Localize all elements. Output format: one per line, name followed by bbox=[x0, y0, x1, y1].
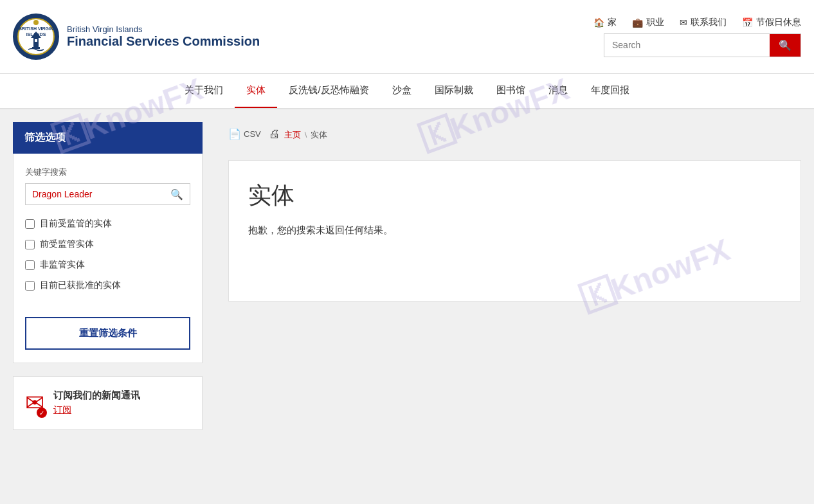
keyword-input-wrap: 🔍 bbox=[25, 183, 190, 205]
newsletter-icon: ✉ ✓ bbox=[25, 390, 44, 417]
org-name-line1: British Virgin Islands bbox=[67, 24, 260, 34]
checkbox-item-3[interactable]: 目前已获批准的实体 bbox=[25, 280, 190, 291]
no-results-message: 抱歉，您的搜索未返回任何结果。 bbox=[248, 224, 781, 237]
checkbox-non-regulated[interactable] bbox=[25, 260, 35, 270]
holiday-link[interactable]: 📅 节假日休息 bbox=[742, 17, 801, 28]
logo-area: BRITISH VIRGIN ISLANDS British Virgin Is… bbox=[13, 14, 260, 60]
newsletter-title: 订阅我们的新闻通讯 bbox=[53, 390, 140, 402]
search-button[interactable]: 🔍 bbox=[770, 34, 800, 57]
keyword-search-button[interactable]: 🔍 bbox=[164, 184, 190, 204]
main-nav: 关于我们 实体 反洗钱/反恐怖融资 沙盒 国际制裁 图书馆 消息 年度回报 bbox=[0, 74, 814, 109]
home-icon: 🏠 bbox=[593, 17, 604, 28]
content-card: 实体 抱歉，您的搜索未返回任何结果。 bbox=[228, 160, 801, 302]
svg-text:BRITISH VIRGIN: BRITISH VIRGIN bbox=[19, 26, 53, 31]
csv-button[interactable]: 📄 CSV bbox=[228, 128, 261, 140]
breadcrumb-home[interactable]: 主页 bbox=[284, 129, 301, 141]
newsletter-link[interactable]: 订阅 bbox=[53, 404, 71, 415]
page-title: 实体 bbox=[248, 180, 781, 212]
checkbox-item-0[interactable]: 目前受监管的实体 bbox=[25, 218, 190, 230]
svg-rect-5 bbox=[35, 39, 37, 42]
nav-annual[interactable]: 年度回报 bbox=[579, 74, 641, 108]
csv-doc-icon: 📄 bbox=[228, 128, 241, 140]
nav-sandbox[interactable]: 沙盒 bbox=[381, 74, 423, 108]
top-nav-links: 🏠 家 💼 职业 ✉ 联系我们 📅 节假日休息 bbox=[593, 17, 801, 28]
content-actions: 📄 CSV 🖨 bbox=[228, 127, 280, 141]
nav-entities[interactable]: 实体 bbox=[235, 74, 277, 108]
logo-text: British Virgin Islands Financial Service… bbox=[67, 24, 260, 49]
org-name-line2: Financial Services Commission bbox=[67, 34, 260, 49]
checkbox-approved[interactable] bbox=[25, 281, 35, 291]
email-icon: ✉ bbox=[680, 17, 687, 28]
search-bar: 🔍 bbox=[604, 33, 801, 57]
filter-header: 筛选选项 bbox=[13, 122, 203, 154]
nav-library[interactable]: 图书馆 bbox=[485, 74, 537, 108]
logo-icon: BRITISH VIRGIN ISLANDS bbox=[13, 14, 59, 60]
page-body: 筛选选项 关键字搜索 🔍 目前受监管的实体 前受监管实体 非监管实体 bbox=[0, 109, 814, 495]
briefcase-icon: 💼 bbox=[632, 17, 643, 28]
breadcrumb-separator: \ bbox=[305, 130, 307, 140]
nav-about[interactable]: 关于我们 bbox=[173, 74, 235, 108]
top-right: 🏠 家 💼 职业 ✉ 联系我们 📅 节假日休息 🔍 bbox=[593, 17, 801, 57]
checkbox-item-2[interactable]: 非监管实体 bbox=[25, 259, 190, 271]
checkbox-regulated[interactable] bbox=[25, 219, 35, 229]
breadcrumb: 📄 CSV 🖨 主页 \ 实体 bbox=[228, 122, 801, 147]
filter-body: 关键字搜索 🔍 目前受监管的实体 前受监管实体 非监管实体 bbox=[13, 154, 203, 363]
nav-aml[interactable]: 反洗钱/反恐怖融资 bbox=[277, 74, 380, 108]
top-bar: BRITISH VIRGIN ISLANDS British Virgin Is… bbox=[0, 0, 814, 74]
keyword-input[interactable] bbox=[26, 184, 164, 204]
newsletter-box: ✉ ✓ 订阅我们的新闻通讯 订阅 bbox=[13, 376, 203, 430]
check-badge: ✓ bbox=[37, 408, 47, 418]
checkbox-group: 目前受监管的实体 前受监管实体 非监管实体 目前已获批准的实体 bbox=[25, 218, 190, 291]
reset-button[interactable]: 重置筛选条件 bbox=[25, 317, 190, 350]
checkbox-prev-regulated[interactable] bbox=[25, 240, 35, 249]
main-content: 📄 CSV 🖨 主页 \ 实体 实体 抱歉，您的搜索未返回任何结果。 bbox=[215, 109, 814, 495]
home-link[interactable]: 🏠 家 bbox=[593, 17, 617, 28]
checkbox-item-1[interactable]: 前受监管实体 bbox=[25, 239, 190, 250]
career-link[interactable]: 💼 职业 bbox=[632, 17, 664, 28]
newsletter-text: 订阅我们的新闻通讯 订阅 bbox=[53, 390, 140, 416]
keyword-label: 关键字搜索 bbox=[25, 166, 190, 178]
nav-sanctions[interactable]: 国际制裁 bbox=[423, 74, 485, 108]
sidebar: 筛选选项 关键字搜索 🔍 目前受监管的实体 前受监管实体 非监管实体 bbox=[0, 109, 215, 495]
print-button[interactable]: 🖨 bbox=[269, 127, 280, 141]
calendar-icon: 📅 bbox=[742, 17, 753, 28]
breadcrumb-current: 实体 bbox=[311, 129, 327, 141]
nav-news[interactable]: 消息 bbox=[537, 74, 579, 108]
svg-point-7 bbox=[33, 20, 39, 25]
contact-link[interactable]: ✉ 联系我们 bbox=[680, 17, 727, 28]
search-input[interactable] bbox=[604, 35, 770, 55]
